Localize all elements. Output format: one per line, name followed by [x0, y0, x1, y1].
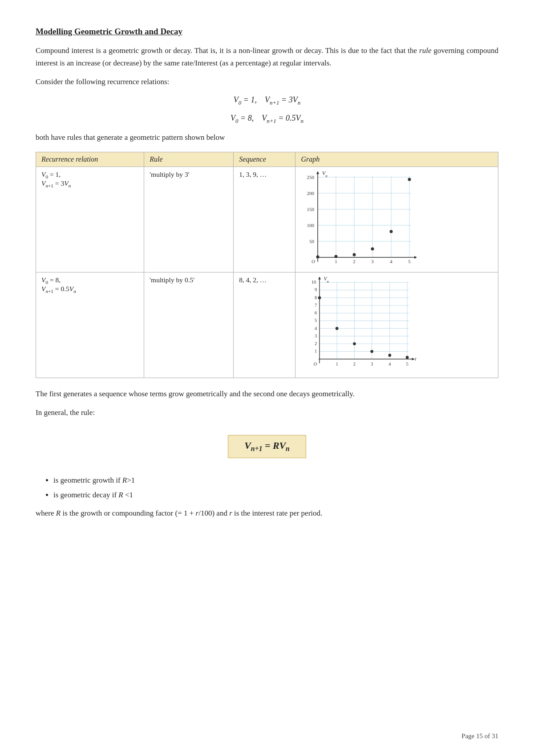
svg-text:2: 2	[353, 362, 356, 366]
table-cell-relation-2: V0 = 8, Vn+1 = 0.5Vn	[36, 272, 144, 378]
svg-text:100: 100	[307, 223, 315, 228]
svg-text:4: 4	[315, 326, 317, 331]
svg-text:6: 6	[315, 310, 317, 315]
page-title: Modelling Geometric Growth and Decay	[36, 27, 498, 37]
svg-text:5: 5	[409, 259, 411, 264]
svg-rect-0	[318, 176, 411, 257]
svg-text:7: 7	[315, 303, 317, 308]
svg-point-76	[353, 342, 356, 345]
svg-marker-15	[414, 256, 417, 259]
svg-rect-36	[320, 282, 409, 365]
table-cell-graph-1: 50 100 150 200 250 1 2 3 4 5 O	[295, 167, 498, 272]
svg-text:n: n	[415, 357, 417, 362]
where-r-paragraph: where R is the growth or compounding fac…	[36, 507, 498, 520]
table-cell-rule-1: 'multiply by 3'	[144, 167, 234, 272]
svg-text:9: 9	[315, 288, 317, 293]
intro-paragraph: Compound interest is a geometric growth …	[36, 45, 498, 69]
svg-text:3: 3	[315, 333, 317, 338]
svg-text:10: 10	[312, 280, 316, 285]
svg-text:50: 50	[309, 239, 315, 244]
svg-point-33	[371, 248, 374, 251]
table-cell-relation-1: V0 = 1, Vn+1 = 3Vn	[36, 167, 144, 272]
svg-text:1: 1	[315, 349, 317, 354]
svg-text:O: O	[312, 259, 315, 264]
consider-paragraph: Consider the following recurrence relati…	[36, 76, 498, 88]
svg-point-34	[390, 230, 393, 233]
recurrence-table: Recurrence relation Rule Sequence Graph …	[36, 152, 498, 378]
svg-point-75	[336, 327, 339, 330]
svg-text:Vn: Vn	[322, 171, 328, 178]
in-general-paragraph: In general, the rule:	[36, 406, 498, 419]
svg-point-35	[408, 178, 411, 181]
table-cell-rule-2: 'multiply by 0.5'	[144, 272, 234, 378]
svg-marker-55	[319, 276, 321, 280]
svg-text:O: O	[314, 362, 317, 366]
svg-text:2: 2	[353, 259, 356, 264]
svg-text:3: 3	[372, 259, 374, 264]
svg-marker-54	[412, 358, 415, 361]
table-cell-sequence-1: 1, 3, 9, …	[234, 167, 295, 272]
svg-marker-16	[316, 171, 319, 174]
svg-text:2: 2	[315, 341, 317, 346]
svg-text:1: 1	[335, 259, 338, 264]
svg-text:5: 5	[315, 318, 317, 323]
svg-point-74	[318, 297, 321, 300]
svg-text:250: 250	[307, 175, 315, 180]
svg-text:200: 200	[307, 191, 315, 196]
bullet-growth: is geometric growth if R>1	[53, 474, 498, 486]
recurrence-relation-1: V0 = 1, Vn+1 = 3Vn	[36, 95, 498, 106]
formula-box: Vn+1 = RVn	[228, 435, 306, 458]
svg-point-79	[406, 356, 409, 359]
svg-point-31	[335, 255, 338, 258]
table-row: V0 = 1, Vn+1 = 3Vn 'multiply by 3' 1, 3,…	[36, 167, 498, 272]
svg-text:1: 1	[336, 362, 338, 366]
svg-text:150: 150	[307, 207, 315, 212]
bullet-list: is geometric growth if R>1 is geometric …	[53, 474, 498, 501]
generates-paragraph: The first generates a sequence whose ter…	[36, 388, 498, 400]
svg-text:8: 8	[315, 295, 317, 300]
table-header-sequence: Sequence	[234, 152, 295, 167]
table-cell-sequence-2: 8, 4, 2, …	[234, 272, 295, 378]
table-cell-graph-2: 1 2 3 4 5 6 7 8 9 10 1 2 3 4	[295, 272, 498, 378]
table-header-graph: Graph	[295, 152, 498, 167]
table-header-relation: Recurrence relation	[36, 152, 144, 167]
page-number: Page 15 of 31	[461, 732, 498, 740]
formula-center: Vn+1 = RVn	[36, 427, 498, 466]
svg-point-30	[316, 256, 320, 259]
bullet-decay: is geometric decay if R <1	[53, 489, 498, 501]
svg-text:3: 3	[371, 362, 373, 366]
svg-text:4: 4	[390, 259, 393, 264]
svg-text:5: 5	[406, 362, 409, 366]
pattern-paragraph: both have rules that generate a geometri…	[36, 131, 498, 144]
svg-point-77	[371, 350, 374, 353]
recurrence-relation-2: V0 = 8, Vn+1 = 0.5Vn	[36, 114, 498, 125]
svg-point-32	[353, 253, 356, 256]
svg-text:4: 4	[389, 362, 392, 366]
svg-point-78	[388, 354, 392, 357]
table-header-rule: Rule	[144, 152, 234, 167]
compounding-factor-formula: (= 1 + r/100)	[175, 509, 214, 517]
table-row: V0 = 8, Vn+1 = 0.5Vn 'multiply by 0.5' 8…	[36, 272, 498, 378]
